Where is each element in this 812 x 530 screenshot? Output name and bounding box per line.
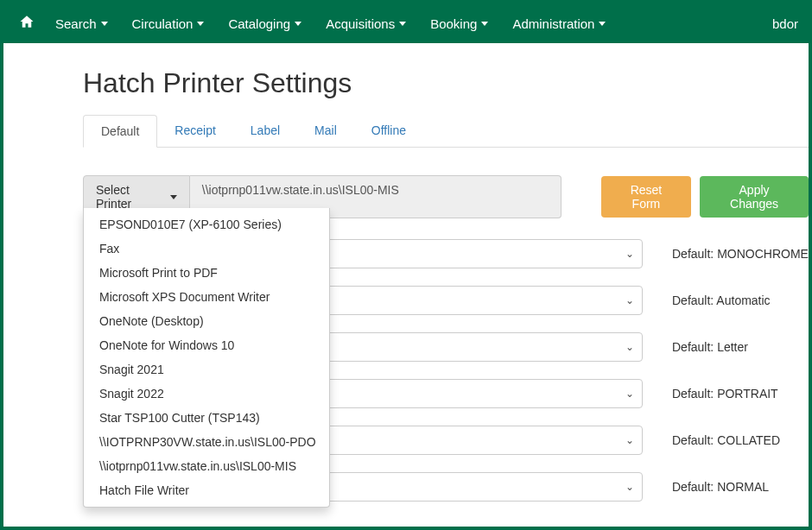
- page-title: Hatch Printer Settings: [83, 67, 809, 99]
- setting-default-label: Default: Letter: [672, 340, 748, 354]
- chevron-down-icon: [295, 22, 301, 26]
- nav-cataloging[interactable]: Cataloging: [216, 3, 314, 43]
- top-navbar: Search Circulation Cataloging Acquisitio…: [3, 3, 809, 43]
- setting-default-label: Default: COLLATED: [672, 433, 780, 447]
- printer-option[interactable]: \\iotprnp011vw.state.in.us\ISL00-MIS: [84, 454, 329, 478]
- tab-offline[interactable]: Offline: [354, 115, 423, 147]
- setting-default-label: Default: Automatic: [672, 293, 771, 307]
- printer-dropdown: EPSOND010E7 (XP-6100 Series) Fax Microso…: [83, 208, 330, 508]
- tabs: Default Receipt Label Mail Offline: [83, 115, 809, 148]
- apply-changes-button[interactable]: Apply Changes: [700, 176, 809, 218]
- chevron-down-icon: [599, 22, 606, 26]
- tab-default[interactable]: Default: [83, 115, 157, 148]
- printer-option[interactable]: OneNote (Desktop): [84, 309, 329, 333]
- setting-default-label: Default: MONOCHROME: [672, 247, 809, 261]
- printer-option[interactable]: OneNote for Windows 10: [84, 333, 329, 357]
- nav-acquisitions[interactable]: Acquisitions: [314, 3, 418, 43]
- nav-administration[interactable]: Administration: [500, 3, 618, 43]
- tab-label[interactable]: Label: [233, 115, 297, 147]
- printer-option[interactable]: Microsoft XPS Document Writer: [84, 285, 329, 309]
- setting-default-label: Default: NORMAL: [672, 480, 769, 494]
- nav-booking[interactable]: Booking: [418, 3, 500, 43]
- home-icon[interactable]: [10, 14, 43, 34]
- chevron-down-icon: [197, 22, 204, 26]
- nav-search[interactable]: Search: [43, 3, 120, 43]
- tab-mail[interactable]: Mail: [297, 115, 354, 147]
- nav-circulation[interactable]: Circulation: [120, 3, 217, 43]
- reset-form-button[interactable]: Reset Form: [601, 176, 691, 218]
- chevron-down-icon: [170, 195, 177, 199]
- printer-option[interactable]: Star TSP100 Cutter (TSP143): [84, 406, 329, 430]
- printer-option[interactable]: Snagit 2022: [84, 382, 329, 406]
- tab-receipt[interactable]: Receipt: [157, 115, 232, 147]
- printer-option[interactable]: Fax: [84, 237, 329, 261]
- chevron-down-icon: [101, 22, 108, 26]
- printer-option[interactable]: Snagit 2021: [84, 357, 329, 382]
- chevron-down-icon: [481, 22, 488, 26]
- printer-option[interactable]: Microsoft Print to PDF: [84, 261, 329, 285]
- printer-option[interactable]: Hatch File Writer: [84, 478, 329, 502]
- chevron-down-icon: [399, 22, 406, 26]
- setting-default-label: Default: PORTRAIT: [672, 387, 778, 401]
- printer-option[interactable]: \\IOTPRNP30VW.state.in.us\ISL00-PDO: [84, 430, 329, 454]
- user-menu[interactable]: bdor: [760, 16, 802, 31]
- printer-option[interactable]: EPSOND010E7 (XP-6100 Series): [84, 212, 329, 237]
- printer-action-row: Select Printer \\iotprnp011vw.state.in.u…: [83, 175, 809, 218]
